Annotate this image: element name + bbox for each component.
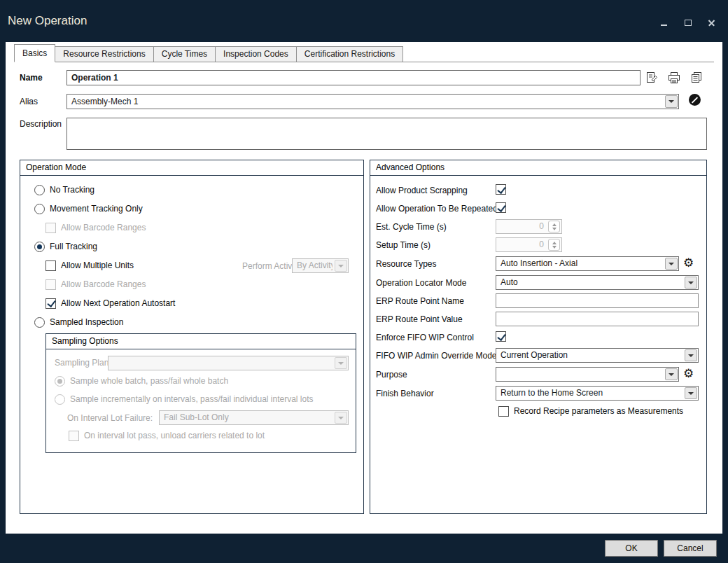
setup-time-label: Setup Time (s) bbox=[376, 240, 430, 250]
radio-label: Movement Tracking Only bbox=[50, 204, 143, 214]
checkbox-label: Allow Barcode Ranges bbox=[61, 279, 146, 289]
setup-time-value: 0 bbox=[539, 238, 544, 251]
resource-types-value: Auto Insertion - Axial bbox=[500, 257, 663, 270]
spinner-arrows-icon bbox=[548, 239, 560, 251]
checkbox-next-operation-autostart[interactable]: Allow Next Operation Autostart bbox=[46, 298, 175, 309]
advanced-options-groupbox: Advanced Options Allow Product Scrapping… bbox=[370, 160, 707, 514]
chevron-down-icon bbox=[665, 258, 678, 270]
checkbox-label: Allow Next Operation Autostart bbox=[61, 298, 175, 308]
spinner-arrows-icon bbox=[548, 221, 560, 232]
chevron-down-icon bbox=[335, 357, 347, 369]
operation-locator-label: Operation Locator Mode bbox=[376, 278, 466, 288]
erp-route-point-name-input[interactable] bbox=[496, 293, 699, 308]
dialog-content: Basics Resource Restrictions Cycle Times… bbox=[6, 42, 722, 534]
chevron-down-icon bbox=[685, 387, 697, 399]
purpose-combobox[interactable] bbox=[496, 367, 679, 382]
edit-document-icon[interactable] bbox=[644, 70, 659, 85]
checkbox-label: On interval lot pass, unload carriers re… bbox=[84, 431, 265, 440]
perform-activities-value: By Activity bbox=[297, 259, 332, 272]
sampling-plan-label: Sampling Plan bbox=[55, 358, 108, 368]
maximize-icon[interactable] bbox=[683, 18, 693, 28]
fifo-override-label: FIFO WIP Admin Override Mode bbox=[376, 351, 497, 361]
radio-icon bbox=[55, 394, 65, 405]
finish-behavior-value: Return to the Home Screen bbox=[500, 387, 682, 400]
fifo-override-combobox[interactable]: Current Operation bbox=[496, 348, 699, 363]
interval-lot-failure-combobox: Fail Sub-Lot Only bbox=[159, 410, 349, 425]
radio-icon bbox=[34, 242, 45, 252]
checkbox-icon bbox=[498, 406, 509, 417]
window-controls bbox=[659, 18, 717, 28]
operation-mode-groupbox: Operation Mode No Tracking Movement Trac… bbox=[20, 160, 364, 514]
tab-basics[interactable]: Basics bbox=[14, 44, 55, 62]
checkbox-label: Allow Barcode Ranges bbox=[61, 223, 146, 232]
chevron-down-icon bbox=[335, 412, 347, 424]
radio-sampled-inspection[interactable]: Sampled Inspection bbox=[34, 317, 123, 328]
checkbox-unload-carriers: On interval lot pass, unload carriers re… bbox=[69, 430, 265, 441]
close-icon[interactable] bbox=[707, 18, 717, 28]
interval-lot-failure-label: On Interval Lot Failure: bbox=[67, 413, 153, 423]
purpose-label: Purpose bbox=[376, 370, 407, 380]
printer-copy-icon[interactable] bbox=[689, 70, 704, 85]
checkbox-record-recipe[interactable]: Record Recipe parameters as Measurements bbox=[498, 405, 683, 417]
resource-types-label: Resource Types bbox=[376, 259, 437, 269]
operation-locator-combobox[interactable]: Auto bbox=[496, 275, 699, 290]
name-label: Name bbox=[20, 73, 43, 83]
radio-icon bbox=[34, 204, 45, 214]
radio-movement-tracking[interactable]: Movement Tracking Only bbox=[34, 203, 143, 214]
advanced-options-title: Advanced Options bbox=[370, 160, 706, 176]
radio-label: No Tracking bbox=[50, 185, 94, 195]
radio-icon bbox=[34, 317, 45, 328]
minimize-glyph bbox=[661, 25, 667, 26]
chevron-down-icon bbox=[685, 349, 697, 361]
printer-icon[interactable] bbox=[666, 70, 682, 85]
radio-full-tracking[interactable]: Full Tracking bbox=[34, 241, 97, 252]
alias-value: Assembly-Mech 1 bbox=[71, 95, 663, 109]
est-cycle-time-value: 0 bbox=[539, 220, 544, 233]
tab-resource-restrictions[interactable]: Resource Restrictions bbox=[55, 46, 153, 62]
checkbox-label: Record Recipe parameters as Measurements bbox=[514, 406, 683, 416]
radio-icon bbox=[55, 376, 65, 387]
radio-label: Sampled Inspection bbox=[50, 317, 123, 327]
maximize-glyph bbox=[685, 20, 692, 26]
sampling-options-title: Sampling Options bbox=[46, 334, 356, 349]
checkbox-icon bbox=[46, 260, 56, 271]
checkbox-allow-multiple-units[interactable]: Allow Multiple Units bbox=[46, 260, 134, 271]
est-cycle-time-label: Est. Cycle Time (s) bbox=[376, 222, 447, 232]
tab-certification-restrictions[interactable]: Certification Restrictions bbox=[296, 46, 403, 62]
tab-cycle-times[interactable]: Cycle Times bbox=[153, 46, 216, 62]
chevron-down-icon bbox=[665, 368, 678, 380]
sampling-options-groupbox: Sampling Options Sampling Plan Sample wh… bbox=[46, 333, 356, 453]
resource-types-gear-icon[interactable]: ⚙ bbox=[683, 257, 694, 269]
checkbox-icon bbox=[46, 223, 56, 233]
enforce-fifo-label: Enforce FIFO WIP Control bbox=[376, 333, 474, 342]
tab-inspection-codes[interactable]: Inspection Codes bbox=[215, 46, 297, 62]
radio-label: Full Tracking bbox=[50, 242, 97, 251]
window-title: New Operation bbox=[8, 14, 87, 28]
minimize-icon[interactable] bbox=[659, 18, 669, 28]
checkbox-allow-operation-repeated[interactable] bbox=[496, 202, 506, 213]
erp-route-point-value-input[interactable] bbox=[496, 312, 699, 326]
cancel-button[interactable]: Cancel bbox=[664, 540, 717, 557]
radio-icon bbox=[34, 185, 45, 195]
finish-behavior-combobox[interactable]: Return to the Home Screen bbox=[496, 386, 699, 401]
erp-route-point-name-label: ERP Route Point Name bbox=[376, 296, 464, 306]
description-label: Description bbox=[20, 119, 62, 129]
chevron-down-icon bbox=[335, 260, 347, 272]
purpose-gear-icon[interactable]: ⚙ bbox=[683, 368, 694, 380]
description-textarea[interactable] bbox=[66, 118, 707, 150]
name-input[interactable]: Operation 1 bbox=[66, 70, 640, 85]
erp-route-point-value-label: ERP Route Point Value bbox=[376, 314, 463, 324]
sampling-plan-combobox bbox=[108, 356, 349, 370]
radio-label: Sample incrementally on intervals, pass/… bbox=[70, 394, 314, 404]
alias-combobox[interactable]: Assembly-Mech 1 bbox=[66, 94, 679, 109]
checkbox-label: Allow Multiple Units bbox=[61, 260, 134, 270]
radio-no-tracking[interactable]: No Tracking bbox=[34, 184, 94, 195]
clear-alias-icon[interactable] bbox=[689, 94, 701, 106]
checkbox-barcode-ranges-full: Allow Barcode Ranges bbox=[46, 279, 146, 290]
ok-button[interactable]: OK bbox=[605, 540, 658, 557]
checkbox-enforce-fifo[interactable] bbox=[496, 331, 506, 342]
resource-types-combobox[interactable]: Auto Insertion - Axial bbox=[496, 256, 679, 271]
checkbox-allow-product-scrapping[interactable] bbox=[496, 184, 506, 195]
tab-strip: Basics Resource Restrictions Cycle Times… bbox=[14, 44, 714, 62]
finish-behavior-label: Finish Behavior bbox=[376, 389, 434, 398]
